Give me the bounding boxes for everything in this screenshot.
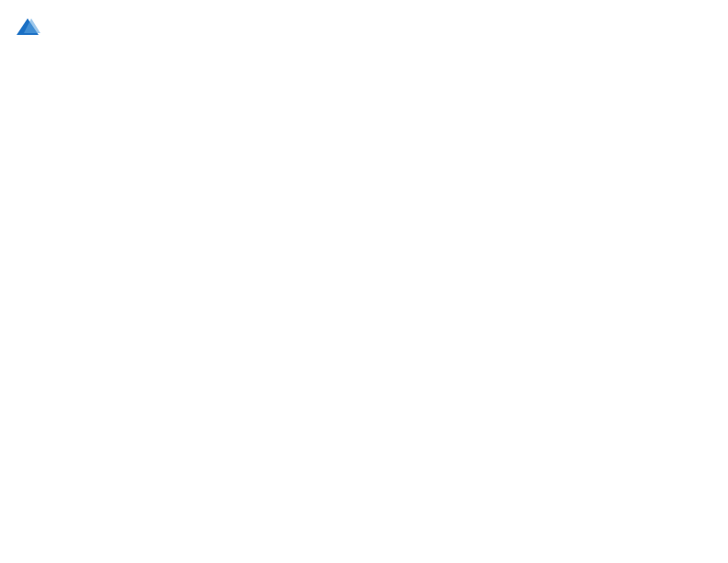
header: [15, 15, 713, 40]
logo-icon: [15, 15, 40, 40]
logo: [15, 15, 44, 40]
